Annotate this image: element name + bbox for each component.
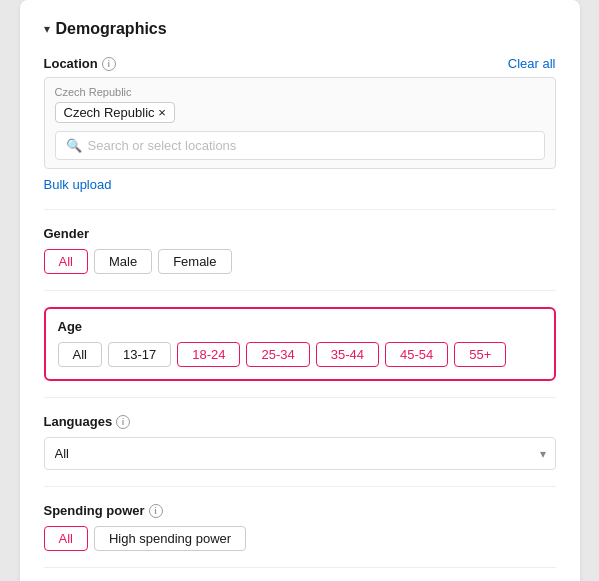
languages-section: Languages i All ▾ [44,414,556,470]
gender-female-button[interactable]: Female [158,249,231,274]
spending-power-section: Spending power i All High spending power [44,503,556,551]
age-25-34-button[interactable]: 25-34 [246,342,309,367]
age-field-section: Age All 13-17 18-24 25-34 35-44 45-54 55… [44,307,556,381]
search-icon: 🔍 [66,138,82,153]
spending-all-button[interactable]: All [44,526,88,551]
location-search-box[interactable]: 🔍 Search or select locations [55,131,545,160]
gender-all-button[interactable]: All [44,249,88,274]
spending-high-button[interactable]: High spending power [94,526,246,551]
gender-section: Gender All Male Female [44,226,556,274]
location-search-placeholder: Search or select locations [88,138,237,153]
clear-all-link[interactable]: Clear all [508,56,556,71]
age-55-plus-button[interactable]: 55+ [454,342,506,367]
languages-select[interactable]: All [44,437,556,470]
divider-1 [44,209,556,210]
location-tag[interactable]: Czech Republic × [55,102,175,123]
bulk-upload-link[interactable]: Bulk upload [44,177,112,192]
gender-male-button[interactable]: Male [94,249,152,274]
age-options: All 13-17 18-24 25-34 35-44 45-54 55+ [58,342,542,367]
gender-label: Gender [44,226,556,241]
languages-select-wrapper: All ▾ [44,437,556,470]
languages-info-icon[interactable]: i [116,415,130,429]
location-label: Location i [44,56,116,71]
spending-power-info-icon[interactable]: i [149,504,163,518]
location-info-icon[interactable]: i [102,57,116,71]
chevron-icon[interactable]: ▾ [44,22,50,36]
age-45-54-button[interactable]: 45-54 [385,342,448,367]
gender-options: All Male Female [44,249,556,274]
age-all-button[interactable]: All [58,342,102,367]
age-13-17-button[interactable]: 13-17 [108,342,171,367]
location-box: Czech Republic Czech Republic × 🔍 Search… [44,77,556,169]
age-35-44-button[interactable]: 35-44 [316,342,379,367]
demographics-panel: ▾ Demographics Location i Clear all Czec… [20,0,580,581]
age-18-24-button[interactable]: 18-24 [177,342,240,367]
divider-5 [44,567,556,568]
spending-power-options: All High spending power [44,526,556,551]
divider-4 [44,486,556,487]
age-label: Age [58,319,542,334]
location-sub-label: Czech Republic [55,86,545,98]
location-section: Location i Clear all Czech Republic Czec… [44,56,556,193]
spending-power-label: Spending power i [44,503,556,518]
location-header-row: Location i Clear all [44,56,556,71]
section-title: Demographics [56,20,167,38]
age-section: Age All 13-17 18-24 25-34 35-44 45-54 55… [44,307,556,381]
divider-3 [44,397,556,398]
section-header: ▾ Demographics [44,20,556,38]
languages-label: Languages i [44,414,556,429]
divider-2 [44,290,556,291]
